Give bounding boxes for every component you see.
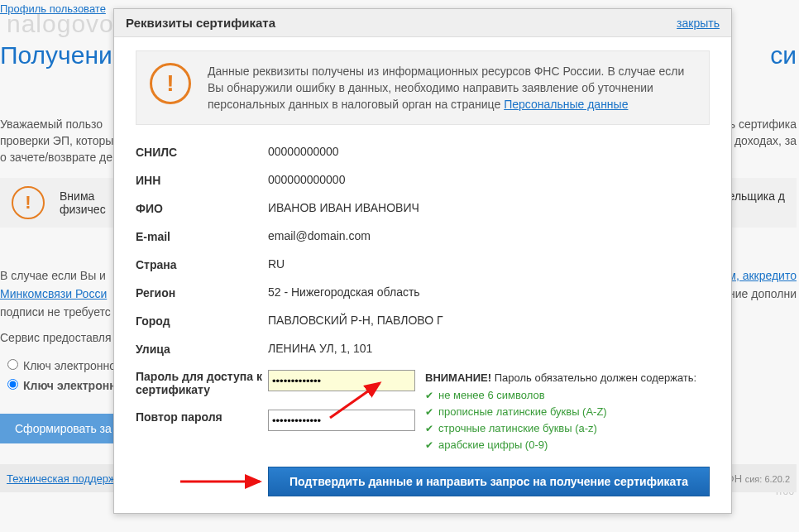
rule-item: прописные латинские буквы (A-Z) (425, 404, 710, 420)
radio-option-1[interactable]: Ключ электронно (3, 356, 117, 376)
accredito-link[interactable]: м, аккредито (728, 266, 797, 285)
field-snils: СНИЛС 00000000000 (136, 145, 710, 160)
background-page: Профиль пользовате nalogovoy.net Получен… (0, 0, 799, 532)
certificate-modal: Реквизиты сертификата закрыть ! Данные р… (113, 8, 732, 514)
generate-button[interactable]: Сформировать за (0, 414, 127, 443)
modal-header: Реквизиты сертификата закрыть (114, 9, 731, 37)
modal-title: Реквизиты сертификата (126, 16, 275, 30)
minkom-link[interactable]: Минкомсвязи Росси (0, 285, 107, 303)
rule-item: не менее 6 символов (425, 387, 710, 404)
warning-icon: ! (12, 186, 45, 219)
arrow-annotation-icon (177, 472, 268, 491)
field-email: E-mail email@domain.com (136, 229, 710, 244)
personal-data-link[interactable]: Персональные данные (504, 98, 628, 111)
submit-button[interactable]: Подтвердить данные и направить запрос на… (268, 467, 710, 496)
rule-item: строчные латинские буквы (a-z) (425, 420, 710, 437)
page-title-right: си (770, 41, 797, 69)
notice-box: ! Данные реквизиты получены из информаци… (136, 50, 710, 125)
field-inn: ИНН 000000000000 (136, 173, 710, 188)
field-region: Регион 52 - Нижегородская область (136, 285, 710, 300)
radio-group: Ключ электронно Ключ электронн (3, 356, 117, 395)
warning-icon: ! (150, 63, 191, 104)
field-country: Страна RU (136, 257, 710, 272)
arrow-annotation-icon (322, 376, 396, 426)
svg-line-0 (330, 383, 380, 418)
page-title-left: Получени (0, 41, 112, 69)
field-fio: ФИО ИВАНОВ ИВАН ИВАНОВИЧ (136, 201, 710, 216)
field-city: Город ПАВЛОВСКИЙ Р-Н, ПАВЛОВО Г (136, 314, 710, 328)
close-link[interactable]: закрыть (677, 17, 720, 30)
password-rules: ВНИМАНИЕ! Пароль обязательно должен соде… (425, 370, 710, 453)
radio-option-2[interactable]: Ключ электронн (3, 376, 117, 395)
rule-item: арабские цифры (0-9) (425, 437, 710, 453)
tech-support-link[interactable]: Техническая поддержка (7, 472, 127, 485)
field-street: Улица ЛЕНИНА УЛ, 1, 101 (136, 342, 710, 357)
notice-text: Данные реквизиты получены из информацион… (208, 63, 696, 113)
service-text: Сервис предоставля (0, 331, 112, 344)
